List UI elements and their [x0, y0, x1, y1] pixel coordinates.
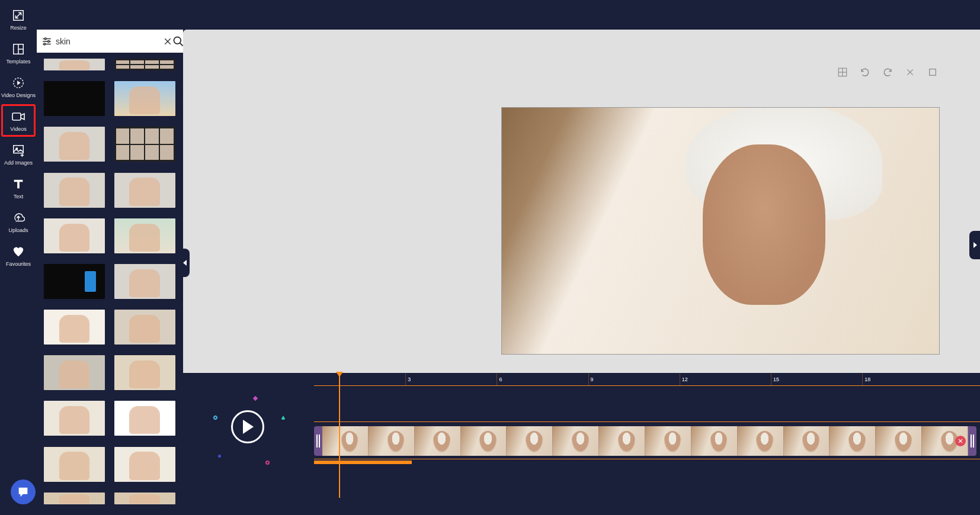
video-thumb[interactable] — [44, 59, 105, 70]
video-thumb[interactable] — [44, 173, 105, 208]
undo-button[interactable] — [859, 66, 871, 78]
clip-frame — [415, 426, 461, 456]
close-button[interactable] — [904, 66, 916, 78]
ruler-tick: 6 — [497, 374, 502, 385]
clip-frame — [461, 426, 507, 456]
video-thumb[interactable] — [44, 81, 105, 116]
decoration-icon — [253, 396, 258, 401]
video-thumb[interactable] — [114, 127, 175, 162]
sidebar-item-uploads[interactable]: Uploads — [1, 205, 36, 238]
sidebar-label: Add Images — [4, 160, 33, 166]
video-clip[interactable] — [314, 426, 976, 456]
timeline-border — [314, 421, 980, 422]
clear-search-button[interactable] — [163, 35, 172, 48]
svg-rect-6 — [12, 113, 21, 120]
sidebar-item-add-images[interactable]: Add Images — [1, 138, 36, 170]
sidebar-label: Templates — [6, 59, 30, 65]
video-thumb[interactable] — [44, 355, 105, 390]
collapse-panel-button[interactable] — [181, 249, 190, 277]
decoration-icon — [265, 461, 270, 465]
redo-button[interactable] — [882, 66, 893, 78]
clip-frame — [645, 426, 691, 456]
video-designs-icon — [11, 76, 25, 90]
search-input[interactable] — [52, 37, 163, 46]
video-thumbnails-grid[interactable] — [37, 53, 183, 515]
video-thumb[interactable] — [44, 127, 105, 162]
svg-point-16 — [44, 43, 46, 45]
svg-point-14 — [48, 40, 50, 42]
videos-icon — [11, 110, 25, 124]
svg-rect-35 — [973, 434, 974, 448]
sidebar-label: Uploads — [8, 227, 28, 233]
video-thumb[interactable] — [114, 264, 175, 299]
video-thumb[interactable] — [114, 310, 175, 345]
video-thumb[interactable] — [114, 401, 175, 436]
svg-marker-28 — [973, 242, 977, 248]
ruler-tick: 15 — [771, 374, 779, 385]
grid-toggle-button[interactable] — [837, 66, 848, 78]
sidebar-item-favourites[interactable]: Favourites — [1, 239, 36, 272]
sidebar-label: Videos — [10, 126, 26, 132]
sidebar-label: Resize — [10, 25, 27, 31]
svg-rect-30 — [316, 434, 318, 448]
clip-handle-left[interactable] — [314, 426, 322, 456]
video-thumb[interactable] — [114, 173, 175, 208]
sidebar-item-templates[interactable]: Templates — [1, 37, 36, 69]
video-thumb[interactable] — [114, 355, 175, 390]
videos-panel — [37, 30, 183, 515]
video-thumb[interactable] — [114, 493, 175, 504]
video-thumb[interactable] — [114, 59, 175, 70]
decoration-icon — [218, 455, 221, 458]
chat-help-button[interactable] — [11, 479, 36, 504]
svg-rect-31 — [319, 434, 320, 448]
sidebar-item-videos[interactable]: Videos — [1, 104, 36, 137]
clip-frame — [507, 426, 553, 456]
canvas-toolbar — [837, 66, 939, 78]
preview-content — [703, 144, 825, 304]
sidebar-item-video-designs[interactable]: Video Designs — [1, 70, 36, 103]
svg-rect-34 — [971, 434, 972, 448]
video-thumb[interactable] — [114, 447, 175, 482]
video-thumb[interactable] — [114, 218, 175, 253]
video-thumb[interactable] — [44, 401, 105, 436]
audio-track[interactable] — [314, 461, 412, 464]
favourites-icon — [11, 244, 25, 259]
video-thumb[interactable] — [44, 447, 105, 482]
video-preview[interactable] — [501, 107, 940, 355]
svg-point-12 — [44, 38, 46, 40]
filter-button[interactable] — [41, 35, 52, 48]
text-icon — [11, 177, 25, 191]
ruler-tick: 9 — [588, 374, 594, 385]
clip-frame — [691, 426, 738, 456]
video-thumb[interactable] — [44, 218, 105, 253]
templates-icon — [11, 42, 25, 56]
sidebar-item-resize[interactable]: Resize — [1, 3, 36, 36]
video-thumb[interactable] — [44, 493, 105, 504]
play-button[interactable] — [231, 410, 264, 443]
clip-frame — [553, 426, 599, 456]
right-panel-toggle[interactable] — [969, 231, 980, 259]
clip-handle-right[interactable] — [968, 426, 976, 456]
video-thumb[interactable] — [44, 310, 105, 345]
video-thumb[interactable] — [114, 81, 175, 116]
sidebar-label: Video Designs — [1, 92, 36, 98]
search-button[interactable] — [172, 35, 184, 48]
svg-line-20 — [180, 43, 183, 46]
video-thumb[interactable] — [44, 264, 105, 299]
playhead[interactable] — [339, 374, 340, 498]
sidebar-item-text[interactable]: Text — [1, 172, 36, 204]
add-images-icon — [11, 143, 25, 157]
clip-frames — [322, 426, 968, 456]
search-bar — [37, 30, 183, 53]
svg-marker-29 — [243, 420, 254, 434]
svg-point-19 — [174, 37, 181, 44]
decoration-icon — [281, 416, 286, 420]
clip-delete-button[interactable] — [955, 436, 966, 446]
clip-frame — [369, 426, 415, 456]
svg-rect-27 — [930, 69, 936, 76]
timeline-ruler[interactable]: 369121518 — [314, 374, 980, 385]
clip-frame — [876, 426, 922, 456]
timeline-border — [314, 385, 980, 386]
ruler-tick: 18 — [862, 374, 870, 385]
fullscreen-button[interactable] — [927, 66, 939, 78]
